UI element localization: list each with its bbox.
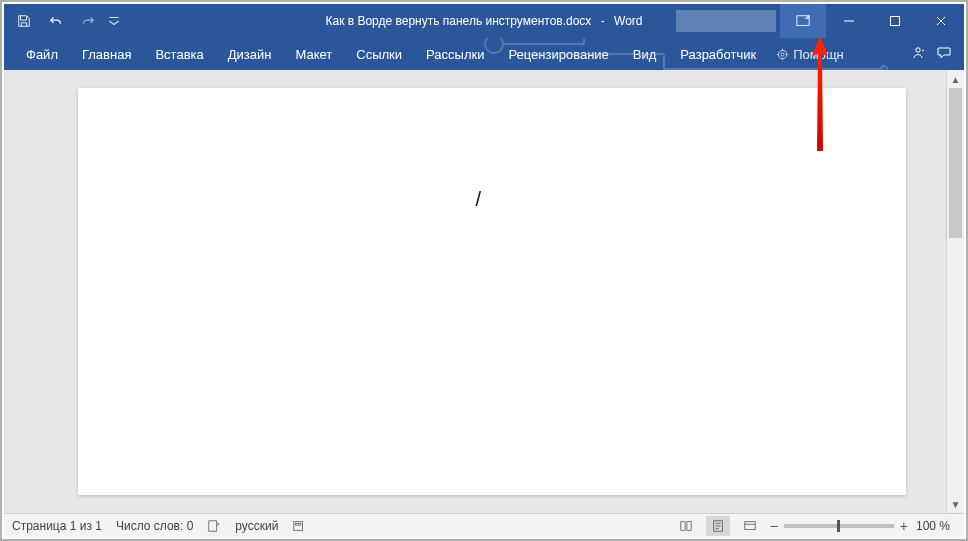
word-count-label: Число слов: 0 — [116, 519, 193, 533]
word-count[interactable]: Число слов: 0 — [116, 519, 193, 533]
redo-button[interactable] — [74, 7, 102, 35]
quick-access-toolbar — [4, 7, 122, 35]
web-layout-button[interactable] — [738, 516, 762, 536]
tab-label: Вставка — [155, 47, 203, 62]
svg-point-6 — [779, 50, 787, 58]
tab-label: Файл — [26, 47, 58, 62]
tab-label: Макет — [295, 47, 332, 62]
scroll-up-icon[interactable]: ▲ — [947, 70, 964, 88]
minimize-button[interactable] — [826, 4, 872, 38]
zoom-out-button[interactable]: − — [770, 518, 778, 534]
tab-insert[interactable]: Вставка — [143, 38, 215, 70]
page-info-label: Страница 1 из 1 — [12, 519, 102, 533]
workspace: / ▲ ▼ — [4, 70, 964, 513]
tab-label: Дизайн — [228, 47, 272, 62]
tell-me-button[interactable]: Помощн — [768, 47, 852, 62]
svg-rect-10 — [296, 523, 301, 525]
qat-customize-button[interactable] — [106, 7, 122, 35]
tell-me-label: Помощн — [793, 47, 844, 62]
zoom-slider[interactable]: − + — [770, 518, 908, 534]
ribbon-tabs: Файл Главная Вставка Дизайн Макет Ссылки… — [4, 38, 964, 70]
vertical-scrollbar[interactable]: ▲ ▼ — [946, 70, 964, 513]
scroll-thumb[interactable] — [949, 88, 962, 238]
tab-review[interactable]: Рецензирование — [496, 38, 620, 70]
comments-button[interactable] — [936, 45, 952, 64]
document-name: Как в Ворде вернуть панель инструментов.… — [325, 14, 591, 28]
save-button[interactable] — [10, 7, 38, 35]
zoom-level-button[interactable]: 100 % — [916, 519, 956, 533]
tab-label: Главная — [82, 47, 131, 62]
tab-label: Рассылки — [426, 47, 484, 62]
app-name: Word — [614, 14, 642, 28]
document-viewport[interactable]: / — [4, 70, 946, 513]
tab-references[interactable]: Ссылки — [344, 38, 414, 70]
title-separator: - — [595, 14, 611, 28]
title-bar: Как в Ворде вернуть панель инструментов.… — [4, 4, 964, 38]
tab-label: Разработчик — [680, 47, 756, 62]
tab-design[interactable]: Дизайн — [216, 38, 284, 70]
zoom-in-button[interactable]: + — [900, 518, 908, 534]
scroll-track[interactable] — [947, 88, 964, 495]
zoom-handle[interactable] — [837, 520, 840, 532]
document-page[interactable]: / — [78, 88, 906, 495]
tab-home[interactable]: Главная — [70, 38, 143, 70]
tab-label: Рецензирование — [508, 47, 608, 62]
tab-layout[interactable]: Макет — [283, 38, 344, 70]
macro-recording-button[interactable] — [292, 519, 306, 533]
undo-button[interactable] — [42, 7, 70, 35]
close-button[interactable] — [918, 4, 964, 38]
language-label: русский — [235, 519, 278, 533]
scroll-down-icon[interactable]: ▼ — [947, 495, 964, 513]
spellcheck-button[interactable] — [207, 519, 221, 533]
share-button[interactable] — [910, 45, 926, 64]
svg-point-8 — [916, 47, 920, 51]
print-layout-button[interactable] — [706, 516, 730, 536]
account-area[interactable] — [676, 10, 776, 32]
zoom-level-label: 100 % — [916, 519, 950, 533]
svg-point-7 — [781, 52, 784, 55]
read-mode-button[interactable] — [674, 516, 698, 536]
zoom-track[interactable] — [784, 524, 894, 528]
tab-label: Вид — [633, 47, 657, 62]
tab-developer[interactable]: Разработчик — [668, 38, 768, 70]
tab-view[interactable]: Вид — [621, 38, 669, 70]
ribbon-display-options-button[interactable] — [780, 4, 826, 38]
text-cursor: / — [475, 188, 481, 211]
page-indicator[interactable]: Страница 1 из 1 — [12, 519, 102, 533]
svg-rect-12 — [744, 521, 755, 529]
maximize-button[interactable] — [872, 4, 918, 38]
status-bar: Страница 1 из 1 Число слов: 0 русский — [4, 513, 964, 537]
tab-label: Ссылки — [356, 47, 402, 62]
tab-file[interactable]: Файл — [14, 38, 70, 70]
language-button[interactable]: русский — [235, 519, 278, 533]
svg-rect-5 — [891, 17, 900, 26]
tab-mailings[interactable]: Рассылки — [414, 38, 496, 70]
